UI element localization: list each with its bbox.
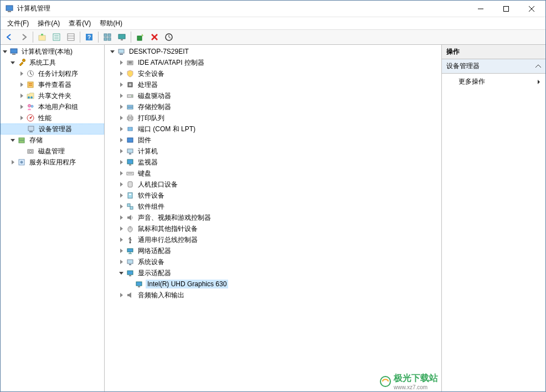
menu-help[interactable]: 帮助(H) bbox=[95, 18, 127, 29]
expander-icon[interactable] bbox=[1, 47, 9, 56]
expander-icon[interactable] bbox=[17, 69, 26, 78]
mouse-icon bbox=[126, 224, 135, 233]
expander-icon[interactable] bbox=[17, 102, 26, 111]
expander-icon[interactable] bbox=[117, 235, 126, 244]
expander-icon[interactable] bbox=[8, 158, 17, 167]
tree-device-manager[interactable]: 设备管理器 bbox=[1, 123, 104, 135]
dev-display[interactable]: 显示适配器 bbox=[105, 267, 441, 278]
tree-root-mgmt[interactable]: 计算机管理(本地) bbox=[1, 46, 104, 57]
add-hardware-button[interactable] bbox=[133, 30, 147, 44]
expander-icon[interactable] bbox=[108, 47, 117, 56]
expander-icon[interactable] bbox=[117, 224, 126, 233]
actions-more[interactable]: 更多操作 bbox=[442, 74, 545, 90]
expander-icon[interactable] bbox=[117, 58, 126, 67]
component-icon bbox=[126, 202, 135, 211]
up-level-button[interactable] bbox=[35, 30, 49, 44]
svg-rect-69 bbox=[127, 149, 133, 153]
minimize-button[interactable] bbox=[468, 1, 493, 17]
expander-icon[interactable] bbox=[117, 91, 126, 100]
expander-icon[interactable] bbox=[117, 180, 126, 189]
close-button[interactable] bbox=[519, 1, 544, 17]
dev-storage-ctrl[interactable]: 存储控制器 bbox=[105, 101, 441, 112]
dev-ide[interactable]: IDE ATA/ATAPI 控制器 bbox=[105, 57, 441, 68]
expander-icon[interactable] bbox=[117, 114, 126, 122]
remove-button[interactable] bbox=[148, 30, 161, 44]
expander-icon[interactable] bbox=[117, 147, 126, 156]
dev-ports[interactable]: 端口 (COM 和 LPT) bbox=[105, 123, 441, 135]
tree-disk-mgmt[interactable]: 磁盘管理 bbox=[1, 146, 104, 157]
svg-rect-59 bbox=[127, 105, 133, 107]
expander-icon[interactable] bbox=[117, 202, 126, 211]
expander-icon[interactable] bbox=[117, 291, 126, 300]
left-tree-pane[interactable]: 计算机管理(本地) 系统工具 任务计划程序 事件查看器 共享文件夹 本地用户和组 bbox=[1, 45, 105, 391]
actions-section[interactable]: 设备管理器 bbox=[442, 59, 545, 74]
center-tree-pane[interactable]: DESKTOP-7S29EIT IDE ATA/ATAPI 控制器 安全设备 处… bbox=[105, 45, 442, 391]
tree-shared-folders[interactable]: 共享文件夹 bbox=[1, 90, 104, 101]
tree-storage[interactable]: 存储 bbox=[1, 135, 104, 146]
expander-icon[interactable] bbox=[8, 136, 17, 145]
tree-system-tools[interactable]: 系统工具 bbox=[1, 57, 104, 68]
help-button[interactable]: ? bbox=[83, 30, 96, 44]
expander-icon[interactable] bbox=[8, 58, 17, 67]
tree-local-users[interactable]: 本地用户和组 bbox=[1, 101, 104, 112]
monitor-button[interactable] bbox=[115, 30, 128, 44]
expander-icon[interactable] bbox=[117, 246, 126, 255]
dev-firmware[interactable]: 固件 bbox=[105, 135, 441, 146]
expander-icon[interactable] bbox=[117, 213, 126, 222]
expander-icon[interactable] bbox=[117, 136, 126, 145]
forward-button[interactable] bbox=[17, 30, 30, 44]
expander-icon[interactable] bbox=[117, 191, 126, 200]
tree-performance[interactable]: 性能 bbox=[1, 112, 104, 123]
dev-sound[interactable]: 声音、视频和游戏控制器 bbox=[105, 212, 441, 223]
tree-event-viewer[interactable]: 事件查看器 bbox=[1, 79, 104, 90]
dev-usb[interactable]: 通用串行总线控制器 bbox=[105, 234, 441, 245]
expander-icon[interactable] bbox=[17, 91, 26, 100]
dev-disk-drives[interactable]: 磁盘驱动器 bbox=[105, 90, 441, 101]
tree-task-scheduler[interactable]: 任务计划程序 bbox=[1, 68, 104, 79]
dev-system-dev[interactable]: 系统设备 bbox=[105, 256, 441, 267]
expander-icon[interactable] bbox=[117, 69, 126, 78]
scan-hardware-button[interactable] bbox=[162, 30, 176, 44]
dev-processor[interactable]: 处理器 bbox=[105, 79, 441, 90]
tree-label: Intel(R) UHD Graphics 630 bbox=[146, 280, 228, 288]
dev-mouse[interactable]: 鼠标和其他指针设备 bbox=[105, 223, 441, 234]
watermark: 极光下载站 www.xz7.com bbox=[379, 373, 438, 390]
shared-folder-icon bbox=[26, 91, 35, 100]
actions-section-label: 设备管理器 bbox=[446, 61, 480, 71]
expander-icon[interactable] bbox=[117, 158, 126, 167]
dev-computer[interactable]: 计算机 bbox=[105, 146, 441, 157]
back-button[interactable] bbox=[3, 30, 16, 44]
tree-services-apps[interactable]: 服务和应用程序 bbox=[1, 157, 104, 168]
dev-audio-io[interactable]: 音频输入和输出 bbox=[105, 290, 441, 301]
tiles-button[interactable] bbox=[101, 30, 114, 44]
tree-label: IDE ATA/ATAPI 控制器 bbox=[137, 58, 205, 68]
expander-icon[interactable] bbox=[117, 80, 126, 89]
dev-security[interactable]: 安全设备 bbox=[105, 68, 441, 79]
menu-file[interactable]: 文件(F) bbox=[3, 18, 33, 29]
expander-icon[interactable] bbox=[117, 269, 126, 277]
dev-hid[interactable]: 人机接口设备 bbox=[105, 179, 441, 190]
properties-button[interactable] bbox=[50, 30, 63, 44]
menu-view[interactable]: 查看(V) bbox=[64, 18, 95, 29]
expander-icon[interactable] bbox=[117, 257, 126, 266]
dev-network[interactable]: 网络适配器 bbox=[105, 245, 441, 256]
dev-software-comp[interactable]: 软件组件 bbox=[105, 201, 441, 212]
tree-label: 存储 bbox=[28, 135, 44, 146]
maximize-button[interactable] bbox=[493, 1, 519, 17]
svg-point-66 bbox=[130, 128, 131, 130]
collapse-icon[interactable] bbox=[535, 64, 541, 69]
storage-ctrl-icon bbox=[126, 102, 135, 111]
list-view-button[interactable] bbox=[64, 30, 78, 44]
dev-software-dev[interactable]: 软件设备 bbox=[105, 190, 441, 201]
expander-icon[interactable] bbox=[17, 80, 26, 89]
expander-icon[interactable] bbox=[117, 102, 126, 111]
dev-print-queue[interactable]: 打印队列 bbox=[105, 112, 441, 123]
dev-monitor[interactable]: 监视器 bbox=[105, 157, 441, 168]
expander-icon[interactable] bbox=[117, 125, 126, 133]
dev-root[interactable]: DESKTOP-7S29EIT bbox=[105, 46, 441, 57]
expander-icon[interactable] bbox=[117, 169, 126, 178]
dev-display-item[interactable]: Intel(R) UHD Graphics 630 bbox=[105, 278, 441, 290]
dev-keyboard[interactable]: 键盘 bbox=[105, 168, 441, 179]
menu-action[interactable]: 操作(A) bbox=[33, 18, 64, 29]
expander-icon[interactable] bbox=[17, 114, 26, 122]
